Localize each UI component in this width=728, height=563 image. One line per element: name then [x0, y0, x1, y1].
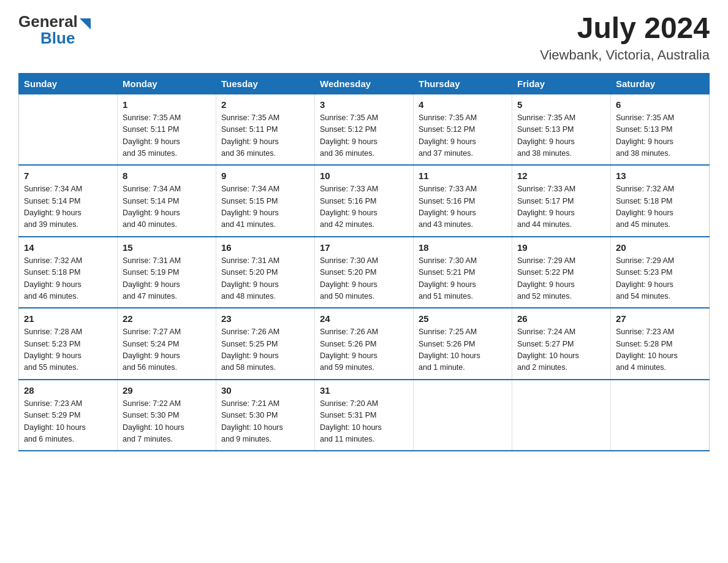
calendar-cell: [512, 380, 611, 451]
calendar-week-row: 28Sunrise: 7:23 AMSunset: 5:29 PMDayligh…: [19, 380, 710, 451]
day-number: 11: [419, 170, 507, 181]
day-header-thursday: Thursday: [414, 73, 512, 94]
day-info: Sunrise: 7:30 AMSunset: 5:20 PMDaylight:…: [320, 255, 408, 303]
calendar-week-row: 1Sunrise: 7:35 AMSunset: 5:11 PMDaylight…: [19, 94, 710, 165]
day-number: 13: [616, 170, 704, 181]
day-number: 16: [221, 242, 309, 253]
page-subtitle: Viewbank, Victoria, Australia: [540, 47, 710, 63]
day-number: 27: [616, 313, 704, 324]
day-number: 6: [616, 99, 704, 110]
calendar-cell: 4Sunrise: 7:35 AMSunset: 5:12 PMDaylight…: [414, 94, 512, 165]
day-number: 29: [123, 385, 211, 396]
day-number: 12: [517, 170, 605, 181]
calendar-cell: 1Sunrise: 7:35 AMSunset: 5:11 PMDaylight…: [118, 94, 216, 165]
day-info: Sunrise: 7:24 AMSunset: 5:27 PMDaylight:…: [517, 326, 605, 374]
day-number: 9: [221, 170, 309, 181]
day-info: Sunrise: 7:35 AMSunset: 5:13 PMDaylight:…: [517, 112, 605, 160]
day-number: 3: [320, 99, 408, 110]
title-block: July 2024 Viewbank, Victoria, Australia: [540, 12, 710, 63]
day-info: Sunrise: 7:35 AMSunset: 5:13 PMDaylight:…: [616, 112, 704, 160]
calendar-cell: 27Sunrise: 7:23 AMSunset: 5:28 PMDayligh…: [611, 308, 710, 380]
day-info: Sunrise: 7:28 AMSunset: 5:23 PMDaylight:…: [24, 326, 112, 374]
day-number: 7: [24, 170, 112, 181]
day-number: 20: [616, 242, 704, 253]
calendar-week-row: 21Sunrise: 7:28 AMSunset: 5:23 PMDayligh…: [19, 308, 710, 380]
day-number: 28: [24, 385, 112, 396]
day-info: Sunrise: 7:26 AMSunset: 5:26 PMDaylight:…: [320, 326, 408, 374]
day-header-sunday: Sunday: [19, 73, 118, 94]
day-info: Sunrise: 7:22 AMSunset: 5:30 PMDaylight:…: [123, 398, 211, 446]
day-number: 24: [320, 313, 408, 324]
day-info: Sunrise: 7:25 AMSunset: 5:26 PMDaylight:…: [419, 326, 507, 374]
day-number: 14: [24, 242, 112, 253]
day-info: Sunrise: 7:32 AMSunset: 5:18 PMDaylight:…: [24, 255, 112, 303]
day-info: Sunrise: 7:32 AMSunset: 5:18 PMDaylight:…: [616, 183, 704, 231]
day-info: Sunrise: 7:23 AMSunset: 5:28 PMDaylight:…: [616, 326, 704, 374]
logo-triangle-icon: [80, 18, 91, 29]
day-number: 5: [517, 99, 605, 110]
calendar-week-row: 7Sunrise: 7:34 AMSunset: 5:14 PMDaylight…: [19, 165, 710, 237]
calendar-header-row: SundayMondayTuesdayWednesdayThursdayFrid…: [19, 73, 710, 94]
day-info: Sunrise: 7:33 AMSunset: 5:16 PMDaylight:…: [419, 183, 507, 231]
day-info: Sunrise: 7:20 AMSunset: 5:31 PMDaylight:…: [320, 398, 408, 446]
day-info: Sunrise: 7:33 AMSunset: 5:17 PMDaylight:…: [517, 183, 605, 231]
calendar-cell: 5Sunrise: 7:35 AMSunset: 5:13 PMDaylight…: [512, 94, 611, 165]
calendar-cell: 16Sunrise: 7:31 AMSunset: 5:20 PMDayligh…: [216, 237, 315, 308]
page-title: July 2024: [540, 12, 710, 45]
day-info: Sunrise: 7:34 AMSunset: 5:14 PMDaylight:…: [24, 183, 112, 231]
calendar-cell: 19Sunrise: 7:29 AMSunset: 5:22 PMDayligh…: [512, 237, 611, 308]
day-info: Sunrise: 7:27 AMSunset: 5:24 PMDaylight:…: [123, 326, 211, 374]
day-number: 25: [419, 313, 507, 324]
day-header-saturday: Saturday: [611, 73, 710, 94]
day-header-monday: Monday: [118, 73, 216, 94]
day-number: 26: [517, 313, 605, 324]
svg-marker-0: [80, 18, 91, 29]
calendar-cell: 20Sunrise: 7:29 AMSunset: 5:23 PMDayligh…: [611, 237, 710, 308]
day-number: 30: [221, 385, 309, 396]
day-info: Sunrise: 7:34 AMSunset: 5:14 PMDaylight:…: [123, 183, 211, 231]
calendar-cell: 21Sunrise: 7:28 AMSunset: 5:23 PMDayligh…: [19, 308, 118, 380]
day-number: 15: [123, 242, 211, 253]
calendar-cell: 8Sunrise: 7:34 AMSunset: 5:14 PMDaylight…: [118, 165, 216, 237]
calendar-cell: 18Sunrise: 7:30 AMSunset: 5:21 PMDayligh…: [414, 237, 512, 308]
day-info: Sunrise: 7:35 AMSunset: 5:11 PMDaylight:…: [221, 112, 309, 160]
day-number: 22: [123, 313, 211, 324]
calendar-week-row: 14Sunrise: 7:32 AMSunset: 5:18 PMDayligh…: [19, 237, 710, 308]
day-number: 2: [221, 99, 309, 110]
day-info: Sunrise: 7:30 AMSunset: 5:21 PMDaylight:…: [419, 255, 507, 303]
calendar-cell: 13Sunrise: 7:32 AMSunset: 5:18 PMDayligh…: [611, 165, 710, 237]
day-info: Sunrise: 7:35 AMSunset: 5:11 PMDaylight:…: [123, 112, 211, 160]
day-info: Sunrise: 7:26 AMSunset: 5:25 PMDaylight:…: [221, 326, 309, 374]
day-number: 4: [419, 99, 507, 110]
calendar-table: SundayMondayTuesdayWednesdayThursdayFrid…: [18, 73, 710, 452]
day-info: Sunrise: 7:34 AMSunset: 5:15 PMDaylight:…: [221, 183, 309, 231]
calendar-cell: 3Sunrise: 7:35 AMSunset: 5:12 PMDaylight…: [315, 94, 414, 165]
calendar-cell: 30Sunrise: 7:21 AMSunset: 5:30 PMDayligh…: [216, 380, 315, 451]
calendar-cell: 2Sunrise: 7:35 AMSunset: 5:11 PMDaylight…: [216, 94, 315, 165]
day-number: 8: [123, 170, 211, 181]
calendar-cell: 6Sunrise: 7:35 AMSunset: 5:13 PMDaylight…: [611, 94, 710, 165]
calendar-cell: 14Sunrise: 7:32 AMSunset: 5:18 PMDayligh…: [19, 237, 118, 308]
day-header-wednesday: Wednesday: [315, 73, 414, 94]
calendar-cell: 23Sunrise: 7:26 AMSunset: 5:25 PMDayligh…: [216, 308, 315, 380]
calendar-cell: 7Sunrise: 7:34 AMSunset: 5:14 PMDaylight…: [19, 165, 118, 237]
calendar-cell: 22Sunrise: 7:27 AMSunset: 5:24 PMDayligh…: [118, 308, 216, 380]
calendar-cell: 29Sunrise: 7:22 AMSunset: 5:30 PMDayligh…: [118, 380, 216, 451]
day-info: Sunrise: 7:23 AMSunset: 5:29 PMDaylight:…: [24, 398, 112, 446]
day-info: Sunrise: 7:35 AMSunset: 5:12 PMDaylight:…: [419, 112, 507, 160]
day-info: Sunrise: 7:35 AMSunset: 5:12 PMDaylight:…: [320, 112, 408, 160]
calendar-cell: 28Sunrise: 7:23 AMSunset: 5:29 PMDayligh…: [19, 380, 118, 451]
calendar-cell: [611, 380, 710, 451]
day-number: 31: [320, 385, 408, 396]
day-number: 23: [221, 313, 309, 324]
calendar-cell: 15Sunrise: 7:31 AMSunset: 5:19 PMDayligh…: [118, 237, 216, 308]
calendar-cell: 31Sunrise: 7:20 AMSunset: 5:31 PMDayligh…: [315, 380, 414, 451]
day-info: Sunrise: 7:31 AMSunset: 5:20 PMDaylight:…: [221, 255, 309, 303]
day-info: Sunrise: 7:33 AMSunset: 5:16 PMDaylight:…: [320, 183, 408, 231]
day-info: Sunrise: 7:21 AMSunset: 5:30 PMDaylight:…: [221, 398, 309, 446]
day-number: 21: [24, 313, 112, 324]
page-header: General Blue July 2024 Viewbank, Victori…: [18, 12, 710, 63]
calendar-cell: [414, 380, 512, 451]
logo: General Blue: [18, 12, 91, 48]
calendar-cell: 10Sunrise: 7:33 AMSunset: 5:16 PMDayligh…: [315, 165, 414, 237]
